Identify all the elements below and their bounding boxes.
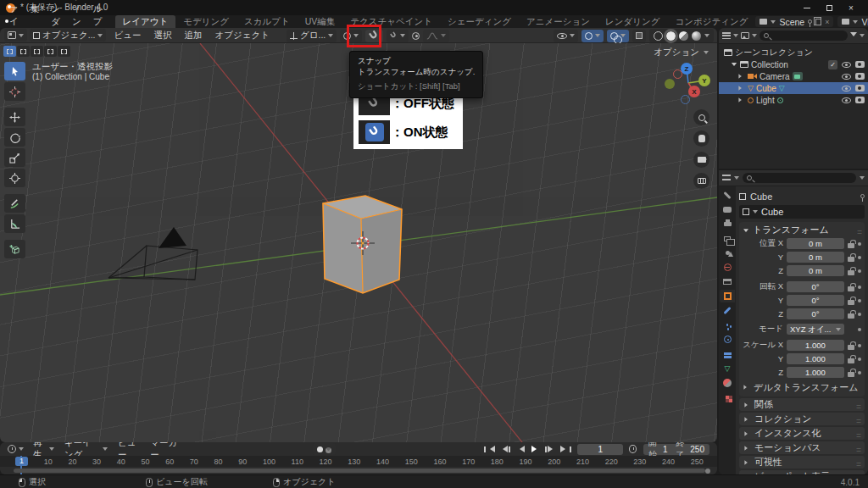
unlink-icon[interactable]: × [825, 18, 829, 26]
overlays-toggle[interactable] [607, 30, 629, 42]
select-menu[interactable]: 選択 [148, 30, 176, 42]
gizmo-neg-x-axis[interactable] [673, 69, 682, 79]
gizmo-y-axis[interactable]: Y [698, 75, 710, 86]
light-data-icon[interactable] [777, 97, 783, 103]
location-x-field[interactable]: 0 m [787, 238, 844, 249]
select-mode-subtract[interactable] [31, 46, 43, 57]
start-frame-field[interactable]: 1 [663, 445, 668, 454]
properties-panel-header[interactable]: インスタンス化 [739, 427, 865, 440]
gizmo-x-axis[interactable]: X [688, 86, 700, 97]
lock-icon[interactable] [848, 243, 854, 248]
timeline-editor-button[interactable] [4, 443, 27, 456]
hide-eye-icon[interactable] [842, 74, 851, 80]
breadcrumb-object[interactable]: Cube [750, 191, 772, 202]
camera-object[interactable] [108, 227, 198, 280]
options-dropdown[interactable]: オプション [654, 47, 709, 58]
workspace-tab[interactable]: スカルプト [236, 15, 298, 28]
next-keyframe-button[interactable] [543, 444, 558, 454]
transform-panel-header[interactable]: トランスフォーム [743, 224, 861, 236]
camera-data-icon[interactable] [793, 72, 803, 80]
ortho-toggle-button[interactable] [693, 173, 709, 189]
expand-icon[interactable] [732, 63, 737, 69]
animate-dot-icon[interactable] [858, 371, 861, 374]
mesh-data-icon[interactable]: ▽ [779, 85, 785, 92]
scene-collection-row[interactable]: シーンコレクション [719, 47, 868, 58]
tool-transform[interactable] [4, 169, 25, 187]
expand-icon[interactable] [738, 97, 743, 103]
animate-dot-icon[interactable] [858, 242, 861, 246]
scrollbar-handle[interactable] [705, 469, 710, 474]
expand-icon[interactable] [738, 74, 743, 79]
filter-type-icon[interactable] [741, 32, 749, 39]
animate-dot-icon[interactable] [858, 328, 861, 331]
tab-texture[interactable] [720, 391, 735, 403]
object-name-field[interactable]: Cube [739, 205, 865, 219]
workspace-tab[interactable]: アニメーション [519, 15, 598, 28]
tab-scene[interactable] [720, 247, 735, 259]
camera-row[interactable]: Camera [719, 70, 868, 82]
light-row[interactable]: Light [719, 94, 868, 106]
object-menu[interactable]: オブジェクト [209, 30, 274, 42]
lock-icon[interactable] [848, 286, 854, 291]
tab-world[interactable] [720, 261, 735, 274]
navigation-gizmo[interactable]: Z Y X [665, 60, 715, 109]
editor-type-button[interactable] [4, 29, 27, 42]
workspace-tab[interactable]: レイアウト [115, 15, 176, 28]
hide-eye-icon[interactable] [842, 62, 851, 68]
close-button[interactable]: × [840, 0, 862, 15]
tool-rotate[interactable] [4, 128, 25, 147]
properties-panel-header[interactable]: 可視性 [739, 456, 865, 469]
workspace-tab[interactable]: モデリング [175, 15, 236, 28]
lock-icon[interactable] [848, 257, 854, 262]
rotation-y-field[interactable]: 0° [787, 295, 844, 306]
view-menu[interactable]: ビュー [108, 30, 146, 42]
animate-dot-icon[interactable] [858, 313, 861, 316]
display-mode-icon[interactable] [722, 32, 731, 39]
rotation-x-field[interactable]: 0° [787, 281, 844, 292]
animate-dot-icon[interactable] [858, 358, 861, 361]
lock-icon[interactable] [848, 313, 854, 319]
lock-icon[interactable] [848, 358, 854, 363]
tab-modifiers[interactable] [720, 304, 735, 317]
outliner-search-input[interactable] [760, 30, 848, 41]
delta-transform-panel[interactable]: デルタトランスフォーム [743, 381, 861, 393]
lock-icon[interactable] [848, 270, 854, 275]
rotation-mode-dropdown[interactable]: XYZ オイ... [787, 324, 844, 335]
select-mode-intersect[interactable] [58, 46, 70, 57]
play-reverse-button[interactable] [513, 444, 527, 454]
collection-checkbox[interactable]: ✓ [828, 60, 837, 69]
tab-material[interactable] [720, 376, 735, 389]
hide-eye-icon[interactable] [842, 86, 851, 92]
tab-constraints[interactable] [720, 347, 735, 360]
lock-icon[interactable] [848, 372, 854, 377]
tab-object-data[interactable]: ▽ [720, 362, 735, 374]
scale-z-field[interactable]: 1.000 [787, 367, 844, 378]
hide-eye-icon[interactable] [842, 97, 851, 103]
chevron-down-icon[interactable] [860, 176, 865, 182]
animate-dot-icon[interactable] [858, 256, 861, 259]
scale-x-field[interactable]: 1.000 [787, 340, 844, 351]
lock-icon[interactable] [848, 300, 854, 305]
expand-icon[interactable] [738, 86, 743, 91]
transform-orientation-dropdown[interactable]: グロ... [287, 30, 337, 42]
scale-y-field[interactable]: 1.000 [787, 353, 844, 364]
pin-icon[interactable] [860, 194, 865, 198]
animate-dot-icon[interactable] [858, 269, 861, 273]
tab-object[interactable] [720, 290, 735, 302]
tool-scale[interactable] [4, 148, 25, 167]
proportional-edit-icon[interactable] [412, 32, 420, 40]
properties-panel-header[interactable]: コレクション [739, 413, 865, 425]
gizmos-toggle[interactable] [581, 30, 604, 42]
tool-add-cube[interactable] [4, 240, 25, 258]
collection-row[interactable]: Collection ✓ [719, 58, 868, 70]
lock-icon[interactable] [848, 345, 854, 350]
select-mode-extend[interactable] [17, 46, 30, 57]
tool-select-box[interactable] [4, 62, 25, 80]
jump-to-end-button[interactable] [559, 444, 573, 454]
tool-cursor[interactable] [4, 82, 25, 101]
previous-keyframe-button[interactable] [498, 444, 512, 454]
wireframe-shading-icon[interactable] [654, 31, 663, 41]
preview-range-icon[interactable] [629, 445, 637, 453]
animate-dot-icon[interactable] [858, 286, 861, 289]
select-mode-invert[interactable] [44, 46, 57, 57]
